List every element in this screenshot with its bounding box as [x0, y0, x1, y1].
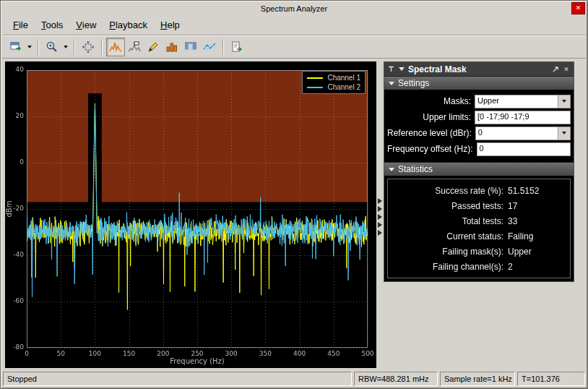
menu-help-key: H: [160, 20, 167, 30]
spectrum-view-button[interactable]: [106, 38, 125, 56]
status-time: T=101.376: [522, 375, 560, 383]
export-dropdown-button[interactable]: [25, 38, 34, 56]
status-rbw-cell: RBW=488.281 mHz: [354, 372, 438, 386]
menu-file-label: ile: [19, 20, 28, 30]
reference-level-value: 0: [476, 127, 558, 140]
fit-to-view-button[interactable]: [79, 38, 98, 56]
menu-view-label: iew: [82, 20, 97, 30]
panel-splitter[interactable]: [376, 196, 384, 238]
total-tests-label: Total tests:: [389, 216, 508, 226]
status-bar: Stopped RBW=488.281 mHz Sample rate=1 kH…: [2, 371, 586, 387]
upper-limits-value: [0 -17;90 -17;9: [475, 111, 570, 124]
masks-value: Upper: [475, 95, 558, 108]
channel-2-line-sample: [307, 87, 323, 88]
collapse-panel-icon[interactable]: [399, 67, 405, 71]
menu-help[interactable]: Help: [154, 17, 186, 33]
export-button[interactable]: [7, 38, 25, 56]
legend-entry-channel-2: Channel 2: [307, 82, 360, 92]
frequency-offset-label: Frequency offset (Hz):: [387, 144, 477, 154]
peak-flag-icon: [128, 40, 141, 54]
generate-script-button[interactable]: [228, 38, 246, 56]
splitter-arrow-icon: [378, 198, 382, 204]
settings-section-header[interactable]: Settings: [384, 76, 574, 90]
settings-header-label: Settings: [398, 78, 429, 88]
upper-limits-input[interactable]: [0 -17;90 -17;9: [475, 111, 571, 124]
dropdown-arrow-icon[interactable]: [558, 95, 570, 108]
frequency-offset-value: 0: [477, 143, 571, 155]
menu-file[interactable]: File: [7, 17, 35, 33]
toolbar-separator: [101, 39, 103, 55]
toolbar-separator: [74, 39, 75, 55]
status-sample-rate: Sample rate=1 kHz: [444, 375, 512, 383]
statistics-section-header[interactable]: Statistics: [384, 162, 574, 176]
success-rate-row: Success rate (%): 51.5152: [389, 183, 568, 198]
current-status-label: Current status:: [389, 231, 508, 241]
spectrum-icon: [109, 40, 122, 54]
histogram-bars-icon: [165, 40, 178, 54]
window-export-icon: [9, 40, 22, 54]
spectral-mask-panel-header[interactable]: Spectral Mask ✕: [384, 62, 574, 76]
ccdf-measurement-button[interactable]: [163, 38, 181, 56]
undock-icon[interactable]: [552, 66, 559, 73]
script-icon: [230, 40, 243, 54]
failing-masks-value: Upper: [508, 247, 532, 257]
pencil-icon: [147, 40, 160, 54]
spectral-mask-button[interactable]: [181, 38, 200, 56]
dropdown-arrow-icon[interactable]: [558, 127, 570, 140]
masks-label: Masks:: [387, 96, 475, 106]
channel-measurements-button[interactable]: [200, 38, 219, 56]
menu-bar: File Tools View Playback Help: [2, 16, 586, 34]
total-tests-row: Total tests: 33: [389, 213, 568, 228]
panel-close-icon[interactable]: ✕: [563, 66, 570, 73]
failing-masks-row: Failing mask(s): Upper: [389, 244, 568, 259]
menu-playback-label: layback: [116, 20, 147, 30]
spectrum-canvas[interactable]: [5, 61, 376, 368]
peak-finder-button[interactable]: [125, 38, 144, 56]
reference-level-label: Reference level (dBr):: [387, 128, 475, 138]
splitter-arrow-icon: [378, 206, 382, 212]
legend-entry-channel-1: Channel 1: [307, 73, 360, 82]
status-state-cell: Stopped: [3, 372, 352, 386]
magnifier-icon: [46, 40, 59, 54]
menu-view-key: V: [76, 20, 82, 30]
toolbar: [2, 35, 586, 59]
upper-limits-row: Upper limits: [0 -17;90 -17;9: [387, 109, 571, 125]
toolbar-separator: [222, 39, 224, 55]
fit-to-view-icon: [82, 40, 95, 54]
pin-icon: [388, 66, 395, 73]
failing-channels-value: 2: [508, 262, 513, 272]
zoom-dropdown-button[interactable]: [61, 38, 70, 56]
settings-collapse-icon: [389, 82, 394, 85]
splitter-arrow-icon: [378, 230, 382, 236]
passed-tests-value: 17: [508, 201, 517, 211]
passed-tests-label: Passed tests:: [389, 201, 508, 211]
upper-limits-label: Upper limits:: [387, 112, 475, 122]
masks-dropdown[interactable]: Upper: [475, 95, 571, 108]
menu-help-label: elp: [167, 20, 179, 30]
success-rate-value: 51.5152: [508, 186, 539, 196]
zoom-button[interactable]: [43, 38, 61, 56]
title-bar[interactable]: Spectrum Analyzer: [2, 2, 586, 15]
toolbar-separator: [38, 39, 39, 55]
channel-2-label: Channel 2: [327, 83, 360, 91]
status-time-cell: T=101.376: [517, 372, 585, 386]
window-title: Spectrum Analyzer: [261, 4, 327, 13]
total-tests-value: 33: [508, 216, 517, 226]
settings-body: Masks: Upper Upper limits: [0 -17;90 -17…: [384, 90, 574, 162]
spectrum-plot[interactable]: Channel 1 Channel 2: [5, 61, 376, 368]
window-close-button[interactable]: ✕: [571, 2, 585, 14]
menu-tools[interactable]: Tools: [35, 17, 69, 33]
failing-channels-row: Failing channel(s): 2: [389, 259, 568, 274]
menu-tools-label: ools: [46, 20, 63, 30]
reference-level-combo[interactable]: 0: [475, 127, 571, 140]
menu-playback[interactable]: Playback: [103, 17, 154, 33]
current-status-row: Current status: Failing: [389, 228, 568, 244]
splitter-arrow-icon: [378, 222, 382, 228]
menu-view[interactable]: View: [69, 17, 103, 33]
statistics-collapse-icon: [389, 168, 394, 171]
frequency-offset-input[interactable]: 0: [477, 142, 571, 156]
two-traces-icon: [203, 40, 216, 54]
mask-step-icon: [184, 40, 197, 54]
distortion-measurement-button[interactable]: [144, 38, 163, 56]
legend: Channel 1 Channel 2: [302, 71, 366, 94]
